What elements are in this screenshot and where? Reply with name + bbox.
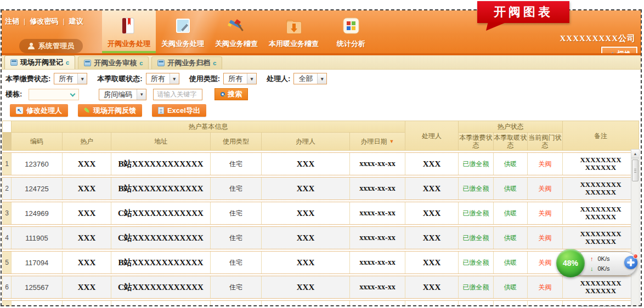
building-select[interactable] bbox=[29, 89, 79, 100]
group-header-status: 热户状态 bbox=[459, 121, 562, 132]
refresh-icon[interactable]: c bbox=[139, 60, 143, 66]
scroll-up-arrow-icon[interactable]: ▲ bbox=[631, 150, 639, 158]
cursor-icon bbox=[16, 107, 23, 114]
heat-status-select[interactable]: 所有 bbox=[146, 73, 179, 84]
cell-code: 125567 bbox=[12, 276, 62, 298]
cell-date: xxxx-xx-xx bbox=[350, 252, 405, 273]
col-header-date-sortable[interactable]: 办理日期 bbox=[350, 133, 405, 150]
room-code-select[interactable]: 房间编码 bbox=[99, 89, 146, 100]
cell-date: xxxx-xx-xx bbox=[350, 301, 405, 306]
table-row[interactable]: 7 XXX B站XXXXXXXXXXXX 住宅 XXX xxxx-xx-xx X… bbox=[2, 300, 639, 306]
current-user: 系统管理员 bbox=[19, 39, 83, 53]
nav-label: 本用暖业务稽查 bbox=[269, 39, 319, 49]
nav-no-heating-inspection[interactable]: 本用暖业务稽查 bbox=[263, 10, 324, 53]
dropdown-arrow-icon[interactable] bbox=[170, 73, 179, 84]
nav-open-valve-processing[interactable]: 开阀业务处理 bbox=[102, 10, 156, 53]
excel-file-icon bbox=[158, 107, 164, 114]
tab-onsite-open-valve-register[interactable]: 现场开阀登记 c bbox=[4, 55, 75, 69]
cell-usage-type: 住宅 bbox=[211, 227, 261, 249]
col-header-valve-status: 当前阀门状态 bbox=[528, 133, 562, 150]
dropdown-arrow-icon[interactable] bbox=[317, 73, 326, 84]
usage-type-select[interactable]: 所有 bbox=[223, 73, 257, 84]
cell-handler: XXX bbox=[262, 202, 349, 224]
memory-percent-ball[interactable]: 48% bbox=[556, 249, 585, 277]
dropdown-arrow-icon[interactable] bbox=[77, 73, 87, 84]
edit-processor-button[interactable]: 修改处理人 bbox=[10, 104, 68, 117]
change-password-link[interactable]: 修改密码 bbox=[30, 16, 64, 26]
filter-usage-type: 使用类型: 所有 bbox=[189, 73, 257, 84]
button-label: Excel导出 bbox=[167, 106, 200, 116]
pay-status-select[interactable]: 所有 bbox=[54, 73, 87, 84]
cell-processor: XXX bbox=[405, 178, 458, 199]
building-label: 楼栋: bbox=[5, 89, 22, 99]
data-table: 热户基本信息 处理人 热户状态 备注 编码 热户 地址 使用类型 办理人 办理日… bbox=[2, 121, 640, 306]
cell-valve-status: 关阀 bbox=[528, 227, 562, 249]
cell-usage-type: 住宅 bbox=[211, 153, 261, 175]
suggestion-link[interactable]: 建议 bbox=[69, 16, 83, 26]
table-row[interactable]: 4 111905 XXX C站XXXXXXXXXXXX 住宅 XXX xxxx-… bbox=[2, 226, 639, 249]
tab-open-valve-archive[interactable]: 开阀业务归档 c bbox=[151, 56, 222, 69]
table-row[interactable]: 2 124725 XXX B站XXXXXXXXXXXX 住宅 XXX xxxx-… bbox=[2, 177, 639, 200]
cell-pay-status: 已缴全额 bbox=[459, 227, 493, 249]
table-row[interactable]: 1 123760 XXX B站XXXXXXXXXXXX 住宅 XXX xxxx-… bbox=[2, 152, 639, 175]
button-label: 现场开阀反馈 bbox=[93, 106, 136, 116]
sub-tab-bar: 现场开阀登记 c 开阀业务审核 c 开阀业务归档 c bbox=[2, 55, 641, 70]
row-number: 4 bbox=[3, 227, 11, 249]
search-button[interactable]: 搜索 bbox=[214, 88, 248, 100]
cell-remark: XXXXXXXX XXXXXX bbox=[563, 276, 639, 298]
tab-label: 开阀业务归档 bbox=[167, 58, 210, 68]
cell-address: C站XXXXXXXXXXXX bbox=[111, 202, 210, 224]
table-row[interactable]: 6 125567 XXX C站XXXXXXXXXXXX 住宅 XXX xxxx-… bbox=[2, 276, 639, 299]
cell-pay-status: 已缴全额 bbox=[459, 276, 493, 298]
cell-user: XXX bbox=[63, 252, 111, 273]
scrollbar-thumb[interactable] bbox=[632, 159, 639, 181]
cell-heat-status: 供暖 bbox=[494, 252, 527, 273]
cell-address: C站XXXXXXXXXXXX bbox=[111, 276, 210, 298]
nav-close-valve-processing[interactable]: 关阀业务处理 bbox=[156, 10, 210, 53]
switch-button[interactable]: ◄ 切换 bbox=[601, 47, 637, 53]
nav-label: 开阀业务处理 bbox=[108, 39, 150, 49]
speed-widget[interactable]: ↑0K/s ↓0K/s 48% bbox=[556, 247, 639, 280]
refresh-icon[interactable]: c bbox=[66, 59, 69, 66]
cell-pay-status: 已缴全额 bbox=[459, 301, 493, 306]
excel-export-button[interactable]: Excel导出 bbox=[152, 104, 206, 117]
cell-remark: XXXXXXXX XXXXXX bbox=[563, 301, 639, 306]
nav-label: 统计分析 bbox=[337, 39, 365, 49]
nav-statistics-analysis[interactable]: 统计分析 bbox=[324, 10, 378, 53]
cell-usage-type: 住宅 bbox=[211, 252, 261, 273]
account-links: 注销 修改密码 建议 bbox=[5, 16, 83, 26]
cell-handler: XXX bbox=[262, 252, 349, 273]
keyword-input[interactable] bbox=[153, 89, 202, 100]
search-icon bbox=[221, 92, 225, 96]
filter-label: 本季缴费状态: bbox=[5, 74, 50, 84]
vertical-scrollbar[interactable]: ▲ bbox=[631, 149, 640, 306]
row-number: 3 bbox=[3, 202, 11, 224]
table-row[interactable]: 5 117094 XXX B站XXXXXXXXXXXX 住宅 XXX xxxx-… bbox=[2, 251, 639, 274]
cell-processor: XXX bbox=[405, 252, 458, 273]
dropdown-arrow-icon[interactable] bbox=[247, 73, 256, 84]
cell-address: B站XXXXXXXXXXXX bbox=[111, 153, 210, 175]
tab-open-valve-audit[interactable]: 开阀业务审核 c bbox=[78, 56, 149, 69]
nav-close-valve-inspection[interactable]: 关阀业务稽查 bbox=[210, 10, 263, 53]
cell-code: 111905 bbox=[12, 227, 62, 249]
dropdown-arrow-icon[interactable] bbox=[137, 89, 146, 100]
cell-heat-status: 供暖 bbox=[494, 153, 527, 175]
cell-valve-status: 关阀 bbox=[528, 301, 562, 306]
nav-label: 关阀业务处理 bbox=[161, 39, 204, 49]
row-number: 2 bbox=[3, 178, 11, 199]
red-book-icon bbox=[121, 16, 137, 35]
cell-usage-type: 住宅 bbox=[211, 301, 261, 306]
pencil-icon bbox=[84, 106, 90, 115]
filter-label: 处理人: bbox=[267, 74, 290, 84]
button-label: 修改处理人 bbox=[26, 106, 62, 116]
cell-remark: XXXXXXXX XXXXXX bbox=[563, 178, 639, 199]
refresh-icon[interactable]: c bbox=[213, 60, 216, 66]
callout-label: 开阀图表 bbox=[494, 4, 553, 20]
filter-row-2: 楼栋: 房间编码 搜索 bbox=[5, 88, 248, 100]
processor-select[interactable]: 全部 bbox=[293, 73, 327, 84]
onsite-feedback-button[interactable]: 现场开阀反馈 bbox=[78, 104, 142, 117]
cell-user: XXX bbox=[63, 227, 111, 249]
col-header-remark: 备注 bbox=[563, 121, 639, 150]
logout-link[interactable]: 注销 bbox=[5, 16, 25, 26]
table-row[interactable]: 3 124969 XXX C站XXXXXXXXXXXX 住宅 XXX xxxx-… bbox=[2, 202, 639, 225]
